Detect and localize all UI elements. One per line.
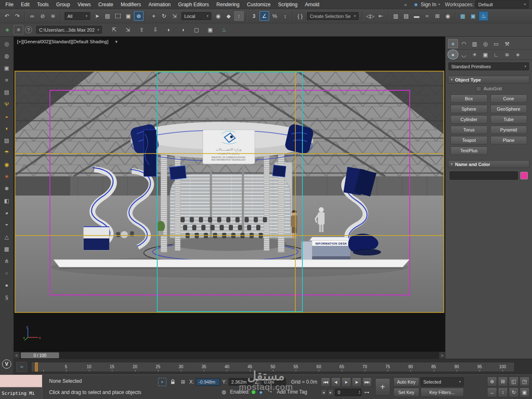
viewport-label[interactable]: [+][General002][Standard][Default Shadin… [17, 39, 109, 44]
save-scene-icon[interactable]: ⇱ [109, 25, 119, 35]
set-keys-button[interactable]: + [375, 378, 390, 396]
unlink-selection-icon[interactable]: ⊘ [38, 11, 47, 21]
slider-right-arrow[interactable]: > [439, 352, 445, 359]
macro-recorder-pane[interactable] [0, 375, 42, 387]
material-editor-icon[interactable]: ◉ [443, 11, 453, 21]
toggle-scene-explorer-icon[interactable]: ▥ [391, 11, 401, 21]
material-ball-icon[interactable]: ◍ [2, 51, 12, 60]
selected-set-select[interactable]: Selected ▾ [421, 377, 464, 387]
key-filters-button[interactable]: Key Filters... [421, 388, 464, 397]
z-coordinate-field[interactable]: 0.0m [262, 378, 286, 386]
menu-scripting[interactable]: Scripting [274, 2, 301, 7]
project-path-select[interactable]: C:\Users\arc...3ds Max 2025 ▾ [36, 26, 102, 34]
subtab-geometry[interactable]: ● [448, 50, 458, 59]
select-and-move-icon[interactable]: + [149, 11, 158, 21]
time-ruler[interactable]: 5101520253035404550556065707580859095100 [31, 362, 515, 372]
menu-rendering[interactable]: Rendering [213, 2, 243, 7]
frame-spin-down-icon[interactable]: ▾ [359, 392, 360, 394]
next-key-icon[interactable]: ▸ [328, 389, 334, 396]
selection-filter-select[interactable]: All ▾ [64, 12, 90, 20]
render-production-icon[interactable]: ♨ [479, 11, 488, 21]
tab-display[interactable]: ▭ [491, 39, 501, 48]
rectangular-selection-region-icon[interactable] [113, 11, 123, 21]
film-strip-icon[interactable]: ▤ [2, 87, 12, 97]
go-to-start-button[interactable]: |◀◀ [321, 377, 330, 387]
vray-logo-icon[interactable]: V [2, 359, 11, 369]
tab-hierarchy[interactable]: ▥ [470, 39, 480, 48]
open-scene-icon[interactable]: ⇲ [123, 25, 133, 35]
previous-key-icon[interactable]: ◂ [321, 389, 327, 396]
zoom-region-icon[interactable]: ◳ [520, 377, 530, 387]
select-and-scale-icon[interactable]: ⇲ [170, 11, 179, 21]
camera-view-icon[interactable]: ▣ [2, 63, 12, 72]
snap-toggle-icon[interactable]: 3 [249, 11, 259, 21]
lamp-icon[interactable]: ◒ [2, 112, 12, 121]
subtab-spacewarps[interactable]: ≋ [502, 50, 512, 59]
curve-editor-icon[interactable]: ≈ [422, 11, 432, 21]
y-coordinate-field[interactable]: 2.362m [229, 378, 253, 386]
subtab-shapes[interactable]: ◡ [459, 50, 469, 59]
render-setup-icon[interactable]: ▩ [458, 11, 468, 21]
go-to-end-button[interactable]: ▶▶| [362, 377, 372, 387]
select-by-name-icon[interactable]: ▤ [103, 11, 112, 21]
keyboard-override-icon[interactable]: ↑ [234, 11, 244, 21]
object-type-rollout[interactable]: ▾ Object Type [448, 76, 530, 84]
angle-snap-icon[interactable]: ∠ [260, 11, 269, 21]
use-pivot-center-icon[interactable]: ◉ [213, 11, 223, 21]
object-name-input[interactable] [450, 171, 518, 180]
vegetation-icon[interactable]: ♣ [2, 25, 12, 35]
walkthrough-icon[interactable]: ↕ [498, 387, 508, 397]
button-cylinder[interactable]: Cylinder [450, 115, 487, 124]
menu-animation[interactable]: Animation [145, 2, 174, 7]
subtab-lights[interactable]: ☀ [470, 50, 480, 59]
button-textplus[interactable]: TextPlus [450, 146, 487, 155]
subtab-systems[interactable]: ∗ [513, 50, 523, 59]
orbit-icon[interactable]: ↻ [509, 387, 519, 397]
autogrid-checkbox[interactable] [476, 86, 481, 92]
button-pyramid[interactable]: Pyramid [490, 126, 527, 134]
time-tag-icon[interactable]: ◔ [266, 388, 275, 396]
name-color-rollout[interactable]: ▾ Name and Color [448, 160, 530, 168]
toggle-layer-explorer-icon[interactable]: ▤ [401, 11, 411, 21]
tab-create[interactable]: + [448, 39, 458, 48]
import-file-icon[interactable]: ⇧ [137, 25, 146, 35]
button-geosphere[interactable]: GeoSphere [490, 105, 527, 113]
tab-utilities[interactable]: ⚒ [502, 39, 512, 48]
dome-icon[interactable]: ◖ [2, 124, 12, 133]
schematic-view-icon[interactable]: ⊞ [433, 11, 442, 21]
play-button[interactable]: ▶ [341, 377, 351, 387]
align-icon[interactable]: ⇤ [376, 11, 386, 21]
sign-in-button[interactable]: ☻ Sign In ▾ [410, 2, 443, 7]
spinner-snap-icon[interactable]: ↕ [280, 11, 290, 21]
render-teapot-icon[interactable]: ♨ [219, 25, 229, 35]
toggle-ribbon-icon[interactable]: ▬ [412, 11, 421, 21]
absolute-mode-icon[interactable]: ⊞ [179, 378, 187, 386]
button-box[interactable]: Box [450, 94, 487, 103]
listener-pane[interactable]: Scripting Mi [0, 387, 42, 399]
selection-lock-icon[interactable] [168, 378, 177, 386]
preview-document-icon[interactable]: ▣ [205, 25, 215, 35]
menu-tools[interactable]: Tools [33, 2, 52, 7]
select-and-link-icon[interactable]: ∞ [27, 11, 37, 21]
button-plane[interactable]: Plane [490, 136, 527, 144]
percent-snap-icon[interactable]: % [270, 11, 280, 21]
isolate-selection-icon[interactable]: ➤ [158, 378, 166, 386]
export-file-icon[interactable]: ⇩ [151, 25, 160, 35]
sphere-tool-icon[interactable]: ◕ [2, 208, 12, 217]
capsule-icon[interactable]: ◓ [2, 220, 12, 229]
lattice-icon[interactable]: ▦ [2, 244, 12, 253]
fade-grid-icon[interactable]: ▨ [2, 136, 12, 145]
edit-named-selections-icon[interactable]: { } [295, 11, 305, 21]
zoom-all-icon[interactable]: ⊞ [498, 377, 508, 387]
new-document-icon[interactable]: ▢ [192, 25, 201, 35]
menu-edit[interactable]: Edit [17, 2, 33, 7]
next-frame-button[interactable]: |▶ [352, 377, 361, 387]
zoom-extents-icon[interactable]: ◱ [509, 377, 519, 387]
set-key-button[interactable]: Set Key [393, 388, 419, 397]
key-mode-toggle-icon[interactable]: ⊶ [363, 388, 371, 397]
rendered-frame-window-icon[interactable]: ▣ [468, 11, 478, 21]
enabled-toggle-icon[interactable]: ◉ [257, 389, 264, 395]
help-icon[interactable]: ? [25, 26, 32, 33]
window-crossing-icon[interactable]: ▣ [124, 11, 133, 21]
previous-frame-button[interactable]: ◀| [331, 377, 341, 387]
